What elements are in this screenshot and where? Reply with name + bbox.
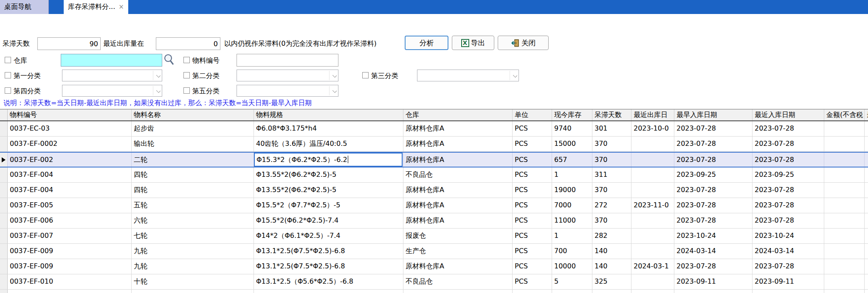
table-cell[interactable]: 2023-09-11: [752, 274, 824, 289]
class4-checkbox[interactable]: [5, 87, 11, 94]
table-cell[interactable]: 10000: [552, 259, 592, 274]
class2-select[interactable]: [237, 70, 338, 81]
table-cell[interactable]: 0037-EF-004: [8, 183, 132, 198]
table-cell[interactable]: [631, 183, 674, 198]
table-cell[interactable]: 325: [592, 274, 631, 289]
table-cell[interactable]: [824, 167, 865, 182]
table-cell[interactable]: 生产仓: [403, 244, 513, 259]
table-row[interactable]: 0037-EF-006六轮Φ15.5*2(Φ6.2*Φ2.5)-7.4原材料仓库…: [0, 213, 868, 229]
table-cell[interactable]: 0037-EF-009: [8, 259, 132, 274]
class1-select[interactable]: [62, 70, 162, 81]
table-cell[interactable]: 2023-07-28: [674, 183, 752, 198]
table-cell[interactable]: 657: [552, 153, 592, 167]
table-cell[interactable]: Φ15.5*2（Φ7.7*Φ2.5）-5: [254, 198, 403, 213]
table-cell[interactable]: [824, 274, 865, 289]
stagnant-days-input[interactable]: [37, 37, 101, 50]
table-cell[interactable]: [631, 167, 674, 182]
table-row[interactable]: 0037-EF-009九轮Φ13.1*2.5(Φ7.5*Φ2.5)-6.8生产仓…: [0, 244, 868, 259]
table-cell[interactable]: 370: [592, 137, 631, 151]
table-cell[interactable]: 2023-07-28: [674, 121, 752, 136]
column-header[interactable]: 现今库存: [552, 109, 592, 120]
class1-checkbox[interactable]: [5, 72, 11, 78]
table-cell[interactable]: 原材料仓库A: [403, 137, 513, 151]
row-indicator-header[interactable]: [0, 109, 8, 120]
table-row[interactable]: 0037-EF-010十轮Φ13.1*2.5（Φ5.6*Φ2.5）-6.8不良品…: [0, 274, 868, 290]
table-row[interactable]: 0037-EF-007七轮Φ14*2（Φ6.1*Φ2.5）-7.4报废仓PCS1…: [0, 229, 868, 244]
search-icon[interactable]: [163, 53, 175, 66]
table-cell[interactable]: 2023-07-28: [752, 121, 824, 136]
table-cell[interactable]: 2023-07-28: [674, 213, 752, 228]
table-cell[interactable]: 282: [592, 229, 631, 243]
table-cell[interactable]: 311: [592, 167, 631, 182]
tab-desktop-navigation[interactable]: 桌面导航: [0, 0, 49, 14]
table-cell[interactable]: Φ6.08*Φ3.175*h4: [254, 121, 403, 136]
class2-checkbox[interactable]: [183, 72, 190, 78]
column-header[interactable]: 呆滞天数: [592, 109, 631, 120]
table-cell[interactable]: 二轮: [132, 153, 254, 167]
table-cell[interactable]: PCS: [513, 259, 552, 274]
table-cell[interactable]: 2024-03-14: [674, 244, 752, 259]
column-header[interactable]: 最近出库日: [631, 109, 674, 120]
table-row[interactable]: 0037-EF-0002输出轮40齿轮（3.6厚）温压/40:0.5原材料仓库A…: [0, 137, 868, 152]
table-cell[interactable]: 0037-EF-009: [8, 244, 132, 259]
column-header[interactable]: 物料名称: [132, 109, 254, 120]
column-header[interactable]: 最近入库日期: [752, 109, 824, 120]
table-cell[interactable]: 四轮: [132, 183, 254, 198]
table-cell[interactable]: 370: [592, 183, 631, 198]
table-cell[interactable]: 2024-03-1: [631, 259, 674, 274]
table-cell[interactable]: 11000: [552, 213, 592, 228]
table-cell[interactable]: [631, 290, 674, 293]
column-header[interactable]: 最近: [865, 109, 868, 120]
table-cell[interactable]: 2023-10-0: [631, 121, 674, 136]
table-row[interactable]: 0037-EF-004四轮Φ13.55*2(Φ6.2*Φ2.5)-5原材料仓库A…: [0, 183, 868, 198]
table-cell[interactable]: Φ13.1*2.5（Φ5.6*Φ2.5）-6.8: [254, 274, 403, 289]
table-cell[interactable]: 370: [592, 213, 631, 228]
class3-checkbox[interactable]: [362, 72, 369, 78]
table-cell[interactable]: 0037-EF-005: [8, 198, 132, 213]
table-cell[interactable]: 7000: [552, 198, 592, 213]
table-cell[interactable]: 2023-10-24: [674, 229, 752, 243]
table-row[interactable]: 0037-EF-004四轮Φ13.55*2(Φ6.2*Φ2.5)-5不良品仓PC…: [0, 167, 868, 183]
table-cell[interactable]: 500: [552, 290, 592, 293]
table-cell[interactable]: [824, 213, 865, 228]
table-cell[interactable]: [824, 183, 865, 198]
item-code-input[interactable]: [237, 54, 338, 67]
table-cell[interactable]: 5: [552, 274, 592, 289]
table-cell[interactable]: 六轮: [132, 213, 254, 228]
table-cell[interactable]: 272: [592, 198, 631, 213]
table-cell[interactable]: 四轮: [132, 167, 254, 182]
table-cell[interactable]: 生产仓: [403, 290, 513, 293]
table-cell[interactable]: 1: [552, 167, 592, 182]
table-cell[interactable]: PCS: [513, 274, 552, 289]
table-cell[interactable]: 2023-07-28: [752, 153, 824, 167]
table-row[interactable]: 0037-EC-03起步齿Φ6.08*Φ3.175*h4原材料仓库APCS974…: [0, 121, 868, 137]
class5-checkbox[interactable]: [183, 87, 190, 94]
table-cell[interactable]: Φ13.55*2(Φ6.2*Φ2.5)-5: [254, 167, 403, 182]
table-cell[interactable]: PCS: [513, 229, 552, 243]
tab-stagnant-stock-analysis[interactable]: 库存呆滞料分... ×: [64, 0, 128, 14]
spec-edit-input[interactable]: Φ15.3*2（Φ6.2*Φ2.5）-6.2: [254, 153, 403, 167]
table-cell[interactable]: PCS: [513, 153, 552, 167]
table-cell[interactable]: [631, 274, 674, 289]
table-cell[interactable]: [824, 153, 865, 167]
table-cell[interactable]: 五轮: [132, 198, 254, 213]
table-cell[interactable]: 140: [592, 244, 631, 259]
table-cell[interactable]: 0037-EF-002: [8, 153, 132, 167]
table-cell[interactable]: 370: [592, 153, 631, 167]
table-cell[interactable]: 0037-EF-010: [8, 274, 132, 289]
table-cell[interactable]: 九轮: [132, 244, 254, 259]
item-code-checkbox[interactable]: [183, 57, 190, 63]
table-cell[interactable]: 原材料仓库A: [403, 153, 513, 167]
table-row[interactable]: 0037-EF-002二轮Φ15.3*2（Φ6.2*Φ2.5）-6.2原材料仓库…: [0, 152, 868, 167]
recent-out-input[interactable]: [156, 37, 220, 50]
table-cell[interactable]: 40齿轮（3.6厚）温压/40:0.5: [254, 137, 403, 151]
class5-select[interactable]: [237, 85, 338, 97]
table-cell[interactable]: 输出轮: [132, 137, 254, 151]
table-cell[interactable]: [824, 244, 865, 259]
table-cell[interactable]: Φ13.1*2.5(Φ7.5*Φ2.5)-6.8: [254, 244, 403, 259]
table-cell[interactable]: 2023-12-20: [674, 290, 752, 293]
table-cell[interactable]: PCS: [513, 183, 552, 198]
table-cell[interactable]: Φ15.5*2(Φ6.2*Φ2.5)-7.4: [254, 213, 403, 228]
table-cell[interactable]: 9740: [552, 121, 592, 136]
column-header[interactable]: 物料编号: [8, 109, 132, 120]
